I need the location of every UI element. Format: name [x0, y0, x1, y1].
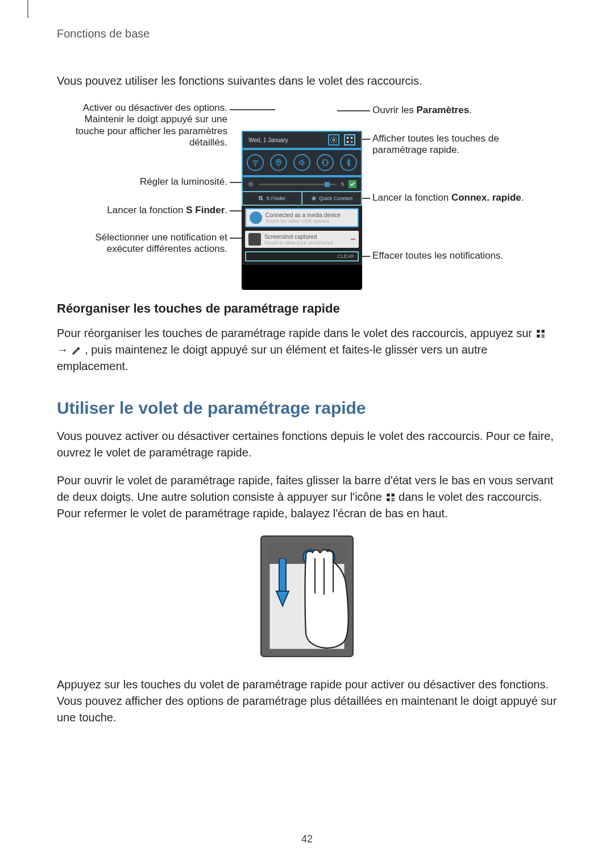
callout-open-settings: Ouvrir les Paramètres. [372, 105, 472, 116]
phone-date: Wed, 1 January [248, 137, 288, 143]
notification-media: Connected as a media device Touch for ot… [245, 208, 359, 227]
page-number: 42 [0, 833, 614, 845]
callout-sfinder: Lancer la fonction S Finder. [107, 205, 227, 216]
grid-icon [385, 491, 399, 503]
svg-rect-16 [541, 337, 544, 338]
breadcrumb: Fonctions de base [57, 27, 557, 40]
svg-rect-1 [347, 137, 349, 139]
rotate-icon [317, 154, 334, 171]
svg-rect-13 [541, 330, 544, 333]
svg-rect-15 [541, 335, 544, 336]
usb-icon [250, 211, 262, 224]
intro-text: Vous pouvez utiliser les fonctions suiva… [57, 74, 557, 88]
svg-rect-14 [537, 335, 540, 338]
svg-point-7 [277, 161, 279, 163]
brightness-icon [247, 181, 254, 188]
svg-rect-5 [351, 142, 353, 143]
dismiss-icon [351, 239, 355, 240]
svg-rect-12 [537, 330, 540, 333]
search-icon [258, 196, 264, 201]
svg-point-0 [333, 139, 335, 141]
clear-button: CLEAR [245, 251, 359, 261]
annotated-figure: Activer ou désactiver des options. Maint… [65, 102, 549, 273]
callout-clear-notifications: Effacer toutes les notifications. [372, 250, 503, 261]
section-para-3: Appuyez sur les touches du volet de para… [57, 676, 557, 726]
svg-point-10 [259, 197, 262, 200]
svg-rect-17 [387, 493, 389, 496]
subheading-reorganize: Réorganiser les touches de paramétrage r… [57, 301, 557, 316]
svg-rect-3 [347, 141, 349, 143]
hand-icon [289, 548, 351, 656]
sound-icon [293, 154, 310, 171]
svg-rect-20 [391, 499, 394, 500]
two-finger-swipe-illustration [260, 535, 354, 657]
svg-rect-21 [391, 500, 394, 501]
reorganize-paragraph: Pour réorganiser les touches de paramétr… [57, 325, 557, 375]
grid-icon [346, 136, 354, 144]
svg-point-11 [313, 198, 315, 200]
svg-rect-18 [391, 493, 394, 496]
brightness-value: 5 [341, 181, 344, 187]
grid-icon [536, 327, 546, 339]
header-rule [27, 0, 28, 18]
callout-notification: Sélectionner une notification et exécute… [80, 232, 227, 255]
callout-toggle-options: Activer ou désactiver des options. Maint… [68, 102, 227, 149]
gear-icon [330, 136, 338, 144]
svg-rect-19 [387, 499, 389, 501]
location-icon [270, 154, 287, 171]
brightness-row: 5 [242, 176, 362, 192]
pencil-icon [72, 343, 85, 356]
bluetooth-icon [340, 154, 357, 171]
section-heading: Utiliser le volet de paramétrage rapide [57, 398, 557, 418]
section-para-2: Pour ouvrir le volet de paramétrage rapi… [57, 472, 557, 522]
sfinder-quickconnect-row: S Finder Quick Connect [242, 192, 362, 205]
quickconnect-icon [311, 196, 317, 201]
svg-rect-8 [323, 160, 327, 165]
auto-brightness-check [349, 180, 356, 188]
notification-screenshot: Screenshot captured Touch to view your s… [245, 231, 359, 248]
phone-mockup: Wed, 1 January [242, 131, 362, 290]
callout-brightness: Régler la luminosité. [140, 176, 227, 188]
section-para-1: Vous pouvez activer ou désactiver certai… [57, 428, 557, 461]
quick-toggle-row [242, 149, 362, 176]
svg-rect-2 [351, 137, 353, 139]
svg-point-9 [250, 183, 252, 185]
screenshot-icon [248, 233, 261, 246]
svg-rect-4 [351, 141, 353, 142]
svg-rect-22 [279, 558, 286, 593]
svg-point-6 [255, 165, 255, 165]
wifi-icon [247, 154, 264, 171]
callout-quick-connect: Lancer la fonction Connex. rapide. [372, 192, 524, 203]
callout-all-quick-settings: Afficher toutes les touches de paramétra… [372, 133, 503, 156]
